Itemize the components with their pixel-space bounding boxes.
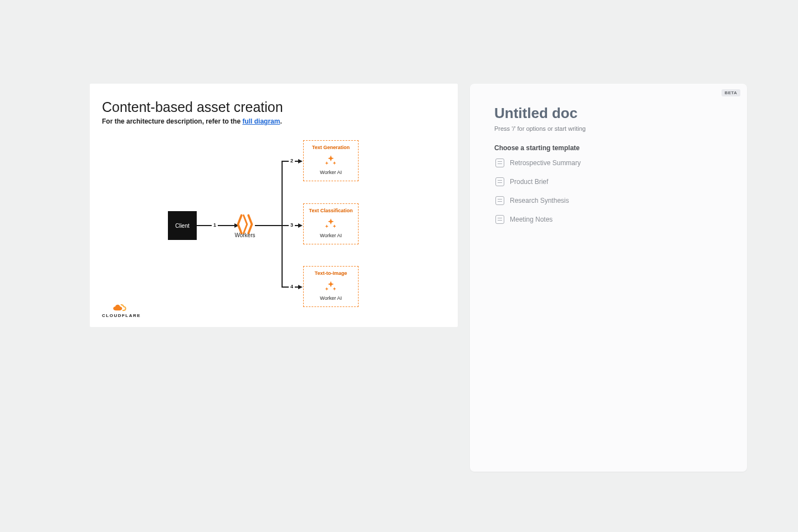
worker-ai-text-generation: Text Generation Worker AI bbox=[303, 140, 359, 181]
document-icon bbox=[495, 177, 504, 186]
arrow-icon bbox=[298, 285, 303, 289]
diagram-title: Content-based asset creation bbox=[102, 99, 446, 115]
document-icon bbox=[495, 215, 504, 224]
edge-number-3: 3 bbox=[289, 222, 295, 228]
arrow-icon bbox=[298, 159, 303, 163]
sparkle-icon bbox=[324, 216, 338, 231]
worker-ai-title: Text Classification bbox=[309, 208, 353, 214]
template-list: Retrospective Summary Product Brief Rese… bbox=[494, 157, 723, 225]
document-icon bbox=[495, 158, 504, 167]
edge-number-2: 2 bbox=[289, 158, 295, 163]
workers-label: Workers bbox=[228, 232, 262, 238]
doc-hint: Press '/' for options or start writing bbox=[494, 125, 723, 132]
sparkle-icon bbox=[324, 279, 338, 293]
template-label: Meeting Notes bbox=[510, 216, 553, 223]
client-node: Client bbox=[168, 211, 197, 240]
diagram-subtitle-suffix: . bbox=[280, 117, 282, 125]
worker-ai-label: Worker AI bbox=[320, 233, 341, 238]
edge-number-1: 1 bbox=[212, 222, 218, 228]
worker-ai-label: Worker AI bbox=[320, 170, 341, 175]
worker-ai-title: Text Generation bbox=[312, 145, 350, 151]
template-item-research-synthesis[interactable]: Research Synthesis bbox=[494, 195, 723, 206]
doc-panel: BETA Untitled doc Press '/' for options … bbox=[470, 84, 747, 472]
worker-ai-title: Text-to-Image bbox=[315, 271, 347, 277]
sparkle-icon bbox=[324, 153, 338, 167]
doc-title[interactable]: Untitled doc bbox=[494, 105, 723, 122]
beta-badge: BETA bbox=[722, 89, 740, 96]
worker-ai-text-to-image: Text-to-Image Worker AI bbox=[303, 266, 359, 307]
diagram-subtitle-prefix: For the architecture description, refer … bbox=[102, 117, 242, 125]
template-item-retrospective-summary[interactable]: Retrospective Summary bbox=[494, 157, 723, 168]
template-label: Product Brief bbox=[510, 178, 548, 186]
full-diagram-link[interactable]: full diagram bbox=[242, 117, 280, 125]
template-item-meeting-notes[interactable]: Meeting Notes bbox=[494, 214, 723, 225]
edge-number-4: 4 bbox=[289, 284, 295, 289]
edge-trunk bbox=[255, 225, 282, 226]
cloudflare-cloud-icon bbox=[112, 304, 131, 312]
template-item-product-brief[interactable]: Product Brief bbox=[494, 176, 723, 187]
worker-ai-text-classification: Text Classification Worker AI bbox=[303, 203, 359, 244]
edge-fan-vertical bbox=[282, 161, 283, 287]
worker-ai-label: Worker AI bbox=[320, 295, 341, 301]
template-label: Research Synthesis bbox=[510, 197, 569, 204]
cloudflare-wordmark: CLOUDFLARE bbox=[102, 313, 141, 318]
diagram-stage: Client 1 Workers 2 3 4 bbox=[102, 133, 446, 316]
workers-icon bbox=[237, 214, 253, 235]
architecture-diagram-card: Content-based asset creation For the arc… bbox=[90, 84, 458, 327]
cloudflare-logo: CLOUDFLARE bbox=[102, 304, 141, 318]
document-icon bbox=[495, 196, 504, 205]
templates-heading: Choose a starting template bbox=[494, 144, 723, 152]
template-label: Retrospective Summary bbox=[510, 159, 581, 167]
arrow-icon bbox=[298, 223, 303, 228]
diagram-subtitle: For the architecture description, refer … bbox=[102, 117, 446, 125]
